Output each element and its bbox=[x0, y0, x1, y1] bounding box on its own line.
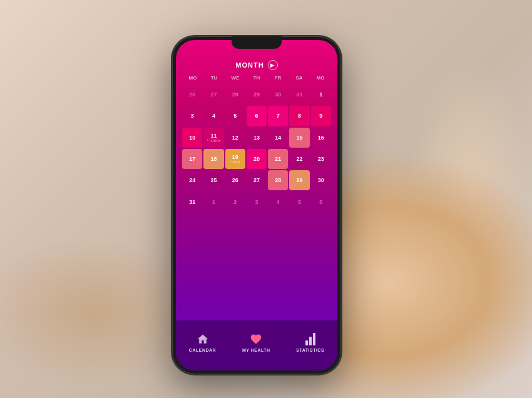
cal-day-5-4[interactable]: 4 bbox=[268, 191, 288, 212]
cal-day-1-3[interactable]: 6 bbox=[247, 106, 267, 126]
day-header-we: WE bbox=[225, 74, 246, 82]
cal-day-2-5[interactable]: 15 bbox=[289, 128, 309, 148]
cal-day-4-3[interactable]: 27 bbox=[247, 170, 267, 190]
month-title: MONTH bbox=[235, 61, 263, 69]
day-header-th: TH bbox=[246, 74, 267, 82]
cal-day-0-6[interactable]: 1 bbox=[311, 84, 331, 105]
day-header-mo2: MO bbox=[310, 74, 331, 82]
bottom-navigation: CALENDAR MY HEALTH STATISTICS bbox=[176, 320, 337, 370]
cal-day-2-1[interactable]: 11* TODAY bbox=[203, 128, 223, 148]
cal-day-3-5[interactable]: 22 bbox=[289, 149, 309, 169]
day-sublabel: * OVU bbox=[230, 160, 240, 164]
cal-day-1-5[interactable]: 8 bbox=[289, 106, 309, 126]
cal-day-2-2[interactable]: 12 bbox=[225, 128, 245, 148]
cal-day-3-2[interactable]: 19* OVU bbox=[225, 149, 245, 169]
cal-day-4-5[interactable]: 29 bbox=[289, 170, 309, 190]
month-header: MONTH ▶ bbox=[182, 59, 331, 70]
bar1 bbox=[305, 340, 308, 345]
cal-day-0-5[interactable]: 31 bbox=[289, 84, 309, 105]
nav-item-statistics[interactable]: STATISTICS bbox=[296, 333, 324, 352]
next-month-button[interactable]: ▶ bbox=[268, 60, 278, 70]
cal-day-5-2[interactable]: 2 bbox=[225, 191, 245, 212]
cal-day-1-1[interactable]: 4 bbox=[203, 106, 223, 126]
cal-day-3-1[interactable]: 18 bbox=[203, 149, 223, 169]
day-headers: MO TU WE TH FR SA MO bbox=[182, 74, 331, 82]
cal-day-0-0[interactable]: 26 bbox=[182, 84, 202, 105]
cal-day-0-3[interactable]: 29 bbox=[247, 84, 267, 105]
cal-day-1-4[interactable]: 7 bbox=[268, 106, 288, 126]
cal-day-5-6[interactable]: 6 bbox=[311, 191, 331, 212]
cal-day-2-0[interactable]: 10 bbox=[182, 128, 202, 148]
cal-day-3-6[interactable]: 23 bbox=[311, 149, 331, 169]
cal-day-5-5[interactable]: 5 bbox=[289, 191, 309, 212]
nav-item-myhealth[interactable]: MY HEALTH bbox=[242, 333, 270, 352]
cal-day-1-0[interactable]: 3 bbox=[182, 106, 202, 126]
cal-day-4-6[interactable]: 30 bbox=[311, 170, 331, 190]
day-header-fr: FR bbox=[267, 74, 289, 82]
cal-day-0-2[interactable]: 28 bbox=[225, 84, 245, 105]
cal-day-1-2[interactable]: 5 bbox=[225, 106, 245, 126]
cal-day-0-1[interactable]: 27 bbox=[203, 84, 223, 105]
cal-day-4-1[interactable]: 25 bbox=[203, 170, 223, 190]
day-sublabel: * TODAY bbox=[207, 139, 220, 143]
myhealth-nav-label: MY HEALTH bbox=[242, 348, 270, 352]
home-icon bbox=[197, 333, 209, 345]
phone-notch bbox=[232, 36, 282, 49]
cal-day-4-2[interactable]: 26 bbox=[225, 170, 245, 190]
statistics-nav-label: STATISTICS bbox=[296, 348, 324, 352]
cal-day-2-6[interactable]: 16 bbox=[311, 128, 331, 148]
day-header-sa: SA bbox=[289, 74, 310, 82]
cal-day-5-0[interactable]: 31 bbox=[182, 191, 202, 212]
day-header-tu: TU bbox=[203, 74, 225, 82]
cal-day-1-6[interactable]: 9 bbox=[311, 106, 331, 126]
bar3 bbox=[313, 333, 315, 345]
cal-day-3-0[interactable]: 17 bbox=[182, 149, 202, 169]
cal-day-5-1[interactable]: 1 bbox=[203, 191, 223, 212]
cal-day-0-4[interactable]: 30 bbox=[268, 84, 288, 105]
calendar-nav-label: CALENDAR bbox=[189, 348, 216, 352]
bar-chart-icon bbox=[305, 333, 315, 345]
cal-day-2-4[interactable]: 14 bbox=[268, 128, 288, 148]
cal-day-4-0[interactable]: 24 bbox=[182, 170, 202, 190]
nav-item-calendar[interactable]: CALENDAR bbox=[189, 333, 216, 352]
cal-day-4-4[interactable]: 28 bbox=[268, 170, 288, 190]
day-header-mo: MO bbox=[182, 74, 203, 82]
phone-device: MONTH ▶ MO TU WE TH FR SA MO 26272829303… bbox=[172, 36, 341, 374]
calendar-grid: 262728293031134567891011* TODAY121314151… bbox=[182, 84, 331, 212]
calendar-area: MONTH ▶ MO TU WE TH FR SA MO 26272829303… bbox=[176, 54, 337, 320]
cal-day-3-4[interactable]: 21 bbox=[268, 149, 288, 169]
cal-day-5-3[interactable]: 3 bbox=[247, 191, 267, 212]
phone-screen: MONTH ▶ MO TU WE TH FR SA MO 26272829303… bbox=[176, 40, 337, 370]
heart-icon bbox=[250, 333, 262, 345]
cal-day-3-3[interactable]: 20 bbox=[247, 149, 267, 169]
bar2 bbox=[309, 337, 312, 345]
cal-day-2-3[interactable]: 13 bbox=[247, 128, 267, 148]
